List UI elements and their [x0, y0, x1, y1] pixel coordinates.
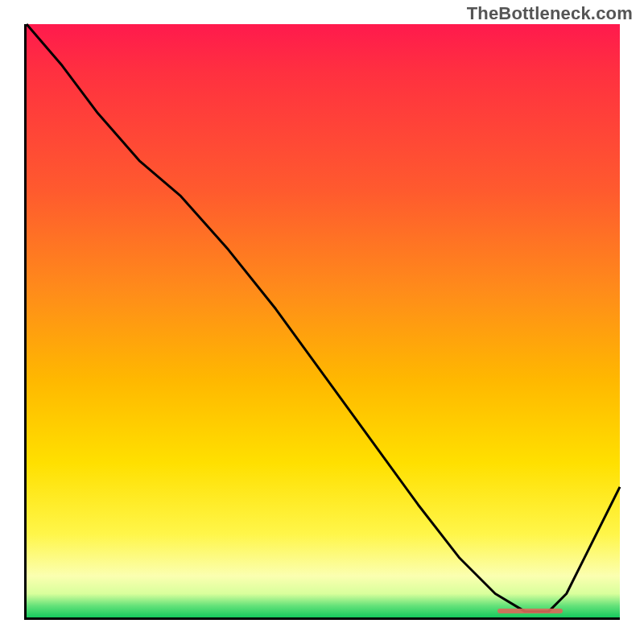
plot-area	[24, 24, 620, 620]
watermark-text: TheBottleneck.com	[467, 3, 633, 24]
chart-stage: TheBottleneck.com	[0, 0, 644, 644]
curve-line	[27, 24, 620, 612]
bottom-marker	[497, 609, 563, 613]
curve-svg	[27, 24, 620, 617]
